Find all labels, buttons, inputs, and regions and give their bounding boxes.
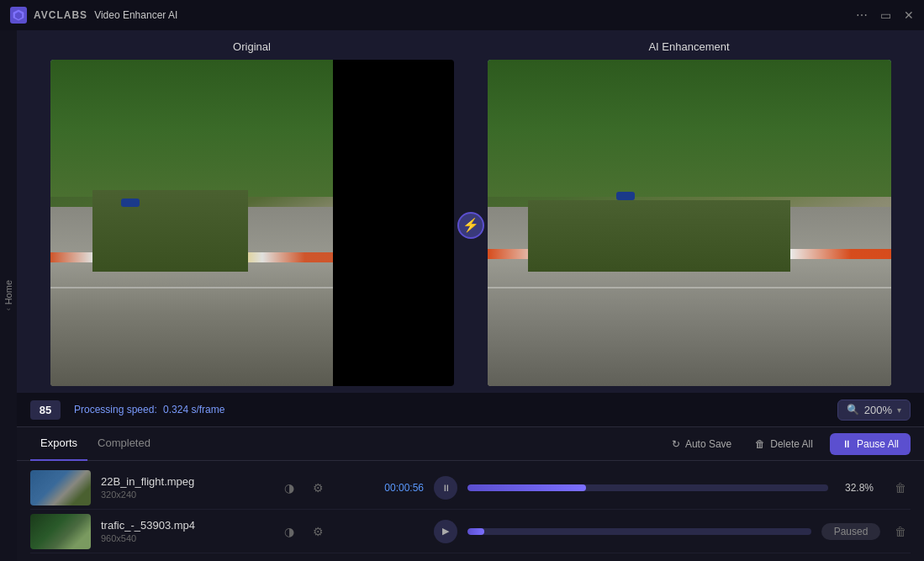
dims-2: 960x540	[101, 533, 269, 543]
ai-car	[616, 192, 635, 200]
play-button-2[interactable]: ▶	[434, 520, 457, 543]
brand-name: AVCLABS	[34, 9, 87, 21]
pause-all-label: Pause All	[857, 438, 899, 450]
filename-2: trafic_-_53903.mp4	[101, 519, 269, 532]
tabs-right: ↻ Auto Save 🗑 Delete All ⏸ Pause All	[665, 433, 911, 455]
settings-icon-1[interactable]: ⚙	[308, 478, 328, 498]
export-info-2: trafic_-_53903.mp4 960x540	[101, 519, 269, 543]
original-video-right	[333, 60, 454, 386]
progress-fill-1	[467, 484, 586, 491]
bottom-panel: Exports Completed ↻ Auto Save 🗑 Delete A…	[17, 426, 924, 561]
brightness-icon-1[interactable]: ◑	[279, 478, 299, 498]
original-panel-wrapper: Original	[50, 40, 454, 386]
auto-save-label: Auto Save	[685, 438, 731, 450]
zoom-control[interactable]: 🔍 200% ▾	[837, 400, 911, 421]
ai-video-panel	[488, 60, 891, 386]
panel-divider: ⚡	[454, 64, 488, 386]
auto-save-button[interactable]: ↻ Auto Save	[665, 435, 738, 453]
export-controls-1: ◑ ⚙	[279, 478, 346, 498]
sidebar-home-label[interactable]: ‹ Home	[3, 280, 13, 310]
settings-icon-2[interactable]: ⚙	[308, 521, 328, 542]
processing-value: 0.324 s/frame	[163, 404, 224, 415]
trash-icon: 🗑	[755, 438, 765, 450]
minimize-button[interactable]: ⋯	[857, 10, 867, 20]
tab-exports[interactable]: Exports	[30, 427, 87, 461]
frame-badge: 85	[30, 400, 61, 420]
auto-save-icon: ↻	[672, 438, 680, 450]
grass-area	[50, 60, 333, 197]
brightness-icon-2[interactable]: ◑	[279, 521, 299, 542]
pause-all-button[interactable]: ⏸ Pause All	[830, 433, 911, 455]
export-row-2: trafic_-_53903.mp4 960x540 ◑ ⚙ ▶ Paused …	[30, 510, 911, 553]
close-button[interactable]: ✕	[904, 10, 914, 20]
app-logo	[10, 7, 27, 24]
title-bar-left: AVCLABS Video Enhancer AI	[10, 7, 177, 24]
progress-fill-2	[467, 528, 484, 535]
video-area: Original ⚡	[17, 30, 924, 386]
export-controls-2: ◑ ⚙	[279, 521, 346, 542]
main-content: Original ⚡	[17, 30, 924, 561]
original-video-panel	[50, 60, 454, 386]
delete-button-1[interactable]: 🗑	[890, 478, 911, 498]
title-bar: AVCLABS Video Enhancer AI ⋯ ▭ ✕	[0, 0, 924, 30]
ai-track	[488, 287, 891, 288]
pause-icon: ⏸	[842, 438, 852, 450]
delete-button-2[interactable]: 🗑	[890, 521, 911, 542]
dropdown-arrow-icon: ▾	[897, 405, 901, 415]
status-bar: 85 Processing speed: 0.324 s/frame 🔍 200…	[17, 393, 924, 426]
zoom-value: 200%	[864, 404, 892, 416]
zoom-icon: 🔍	[847, 404, 859, 415]
delete-all-label: Delete All	[770, 438, 813, 450]
dims-1: 320x240	[101, 490, 269, 500]
processing-label: Processing speed:	[74, 404, 157, 415]
progress-label-1: 32.8%	[838, 482, 880, 494]
bolt-icon: ⚡	[462, 217, 479, 233]
progress-bar-1	[467, 484, 828, 491]
bolt-button[interactable]: ⚡	[457, 212, 484, 239]
original-video-left	[50, 60, 333, 386]
filename-1: 22B_in_flight.mpeg	[101, 475, 269, 488]
ai-label: AI Enhancement	[488, 40, 891, 53]
thumbnail-1	[30, 470, 91, 505]
export-row-1: 22B_in_flight.mpeg 320x240 ◑ ⚙ 00:00:56 …	[30, 466, 911, 510]
paused-label-2: Paused	[821, 523, 880, 540]
ai-panel-wrapper: AI Enhancement	[488, 40, 891, 386]
export-list: 22B_in_flight.mpeg 320x240 ◑ ⚙ 00:00:56 …	[17, 461, 924, 558]
ai-banner	[488, 249, 891, 259]
tabs-bar: Exports Completed ↻ Auto Save 🗑 Delete A…	[17, 427, 924, 461]
pause-button-1[interactable]: ⏸	[434, 476, 457, 500]
app-title: Video Enhancer AI	[94, 9, 177, 21]
car-original	[121, 198, 140, 207]
processing-speed: Processing speed: 0.324 s/frame	[74, 404, 824, 415]
thumbnail-2	[30, 514, 91, 549]
track-lines	[50, 287, 333, 288]
progress-bar-2	[467, 528, 811, 535]
title-bar-controls: ⋯ ▭ ✕	[857, 10, 914, 20]
export-info-1: 22B_in_flight.mpeg 320x240	[101, 475, 269, 500]
maximize-button[interactable]: ▭	[880, 10, 890, 20]
ai-grass	[488, 60, 891, 197]
banner-strip	[50, 252, 333, 262]
tab-completed[interactable]: Completed	[87, 427, 161, 461]
original-label: Original	[50, 40, 454, 53]
tabs-left: Exports Completed	[30, 427, 161, 461]
sidebar: ‹ Home	[0, 30, 17, 561]
delete-all-button[interactable]: 🗑 Delete All	[748, 435, 820, 453]
video-panels: Original ⚡	[30, 40, 911, 386]
chevron-left-icon: ‹	[4, 309, 13, 311]
home-text: Home	[3, 280, 13, 304]
export-time-1: 00:00:56	[356, 482, 424, 494]
